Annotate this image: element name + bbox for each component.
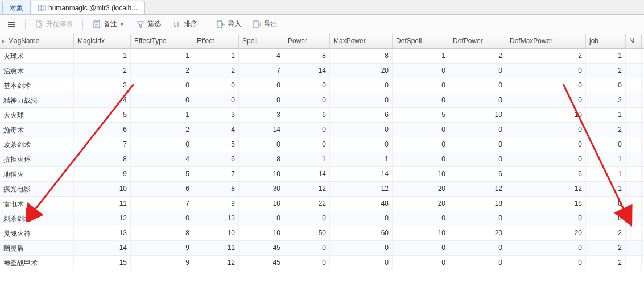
cell-effect[interactable]: 3 [193,108,239,122]
cell-defpower[interactable]: 0 [449,137,506,152]
cell-spell[interactable]: 10 [239,226,284,240]
cell-defspell[interactable]: 20 [393,182,449,196]
cell-magicidx[interactable]: 14 [74,241,131,255]
cell-defpower[interactable]: 12 [449,182,506,196]
cell-defspell[interactable]: 0 [393,152,449,166]
cell-effecttype[interactable]: 1 [131,108,193,122]
cell-power[interactable]: 14 [284,167,330,181]
cell-power[interactable]: 0 [284,211,330,226]
cell-effect[interactable]: 8 [193,182,239,196]
cell-effect[interactable]: 13 [193,211,239,226]
cell-effect[interactable]: 0 [193,78,239,93]
cell-effecttype[interactable]: 8 [131,226,193,240]
cell-magname[interactable]: 精神力战法 [0,93,74,107]
cell-maxpower[interactable]: 0 [330,256,393,270]
cell-effecttype[interactable]: 0 [131,211,193,226]
cell-power[interactable]: 0 [284,241,330,255]
table-row[interactable]: 大火球513366510101 [0,108,644,123]
cell-power[interactable]: 0 [284,78,330,93]
cell-defpower[interactable]: 18 [449,197,506,211]
cell-job[interactable]: 1 [586,152,626,166]
cell-job[interactable]: 2 [586,64,626,78]
table-row[interactable]: 抗拒火环8468110001 [0,152,644,167]
cell-effecttype[interactable]: 2 [131,64,193,78]
cell-effecttype[interactable]: 1 [131,49,193,63]
cell-maxpower[interactable]: 0 [330,211,393,226]
cell-power[interactable]: 8 [284,49,330,63]
cell-n[interactable] [626,123,642,137]
cell-job[interactable]: 0 [586,78,626,93]
cell-spell[interactable]: 0 [239,93,284,107]
cell-maxpower[interactable]: 0 [330,78,393,93]
cell-effect[interactable]: 10 [193,226,239,240]
sort-button[interactable]: 排序 [170,18,200,30]
cell-job[interactable]: 0 [586,211,626,226]
tab-objects[interactable]: 对象 [2,1,31,14]
cell-effect[interactable]: 11 [193,241,239,255]
menu-button[interactable] [5,19,18,30]
cell-n[interactable] [626,256,642,270]
table-row[interactable]: 治愈术222714200002 [0,64,644,78]
table-row[interactable]: 基本剑术3000000000 [0,78,644,93]
cell-magicidx[interactable]: 7 [74,137,131,152]
cell-magicidx[interactable]: 6 [74,123,131,137]
cell-magname[interactable]: 地狱火 [0,167,74,181]
cell-spell[interactable]: 45 [239,256,284,270]
cell-defpower[interactable]: 0 [449,152,506,166]
cell-defspell[interactable]: 0 [393,93,449,107]
cell-defmaxpower[interactable]: 0 [506,152,586,166]
col-spell[interactable]: Spell [239,34,284,48]
cell-defspell[interactable]: 0 [393,78,449,93]
cell-magicidx[interactable]: 12 [74,211,131,226]
cell-defpower[interactable]: 2 [449,49,506,63]
cell-maxpower[interactable]: 0 [330,123,393,137]
cell-power[interactable]: 50 [284,226,330,240]
export-button[interactable]: 导出 [250,18,280,30]
cell-n[interactable] [626,108,642,122]
cell-effecttype[interactable]: 9 [131,256,193,270]
import-button[interactable]: 导入 [214,18,243,30]
cell-defmaxpower[interactable]: 0 [506,123,586,137]
cell-maxpower[interactable]: 48 [330,197,393,211]
cell-job[interactable]: 2 [586,93,626,107]
cell-defpower[interactable]: 0 [449,93,506,107]
cell-effect[interactable]: 12 [193,256,239,270]
cell-magicidx[interactable]: 8 [74,152,131,166]
table-row[interactable]: 雷电术11791022482018180 [0,197,644,211]
cell-maxpower[interactable]: 6 [330,108,393,122]
col-effecttype[interactable]: EffectType [131,34,193,48]
cell-spell[interactable]: 10 [239,167,284,181]
cell-maxpower[interactable]: 0 [330,137,393,152]
col-defspell[interactable]: DefSpell [393,34,449,48]
tab-table[interactable]: humanmagic @mir3 (localh... [31,1,145,14]
cell-effecttype[interactable]: 0 [131,78,193,93]
cell-defmaxpower[interactable]: 0 [506,241,586,255]
cell-magname[interactable]: 攻杀剑术 [0,137,74,152]
cell-magicidx[interactable]: 10 [74,182,131,196]
cell-n[interactable] [626,152,642,166]
col-maxpower[interactable]: MaxPower [330,34,393,48]
table-row[interactable]: 攻杀剑术7050000000 [0,137,644,152]
col-defpower[interactable]: DefPower [449,34,506,48]
cell-effecttype[interactable]: 6 [131,182,193,196]
cell-magname[interactable]: 施毒术 [0,123,74,137]
cell-power[interactable]: 6 [284,108,330,122]
cell-magicidx[interactable]: 3 [74,78,131,93]
cell-n[interactable] [626,49,642,63]
cell-defmaxpower[interactable]: 12 [506,182,586,196]
cell-defspell[interactable]: 0 [393,256,449,270]
table-row[interactable]: 火球术1114881221 [0,49,644,64]
cell-defspell[interactable]: 1 [393,49,449,63]
cell-spell[interactable]: 45 [239,241,284,255]
cell-job[interactable]: 1 [586,182,626,196]
cell-defspell[interactable]: 0 [393,123,449,137]
cell-defpower[interactable]: 10 [449,108,506,122]
cell-defmaxpower[interactable]: 18 [506,197,586,211]
cell-magname[interactable]: 刺杀剑术 [0,211,74,226]
cell-magicidx[interactable]: 2 [74,64,131,78]
cell-effect[interactable]: 4 [193,123,239,137]
cell-defmaxpower[interactable]: 2 [506,49,586,63]
cell-magicidx[interactable]: 15 [74,256,131,270]
cell-n[interactable] [626,78,642,93]
cell-maxpower[interactable]: 0 [330,93,393,107]
